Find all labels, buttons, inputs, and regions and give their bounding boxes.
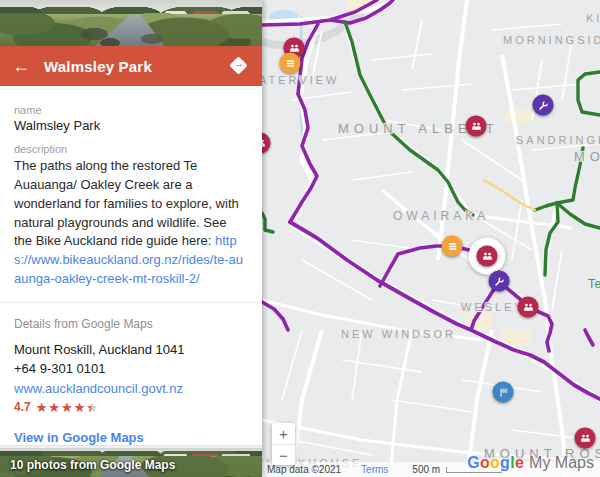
stars-fill: ★★★★★ — [36, 401, 91, 414]
zoom-controls: + − — [272, 423, 295, 465]
place-photo-main[interactable] — [0, 0, 262, 46]
directions-button[interactable]: → — [228, 55, 250, 77]
rating-stars: ★★★★★★★★★★ — [36, 401, 99, 414]
google-logo-text: Google — [467, 454, 524, 472]
wrench-marker[interactable] — [489, 271, 510, 292]
map-label: WESLEY — [461, 301, 525, 313]
map-label: SANDRINGHAM — [516, 134, 600, 146]
map-label: Te — [588, 277, 600, 291]
rating-value: 4.7 — [14, 400, 31, 414]
map-label: MOU — [574, 149, 600, 164]
directions-arrow-icon: → — [228, 57, 250, 69]
website-link[interactable]: www.aucklandcouncil.govt.nz — [14, 381, 183, 396]
my-maps-logo-text: My Maps — [529, 454, 594, 472]
section-divider — [0, 302, 262, 303]
map-label: MORNINGSIDE — [503, 34, 600, 46]
map-data-text: Map data ©2021 — [267, 464, 341, 475]
place-sidebar: ← Walmsley Park → name Walmsley Park des… — [0, 0, 262, 477]
back-icon[interactable]: ← — [12, 56, 38, 77]
view-in-google-maps-link[interactable]: View in Google Maps — [14, 430, 144, 445]
place-details-card: name Walmsley Park description The paths… — [0, 86, 262, 445]
lines-marker[interactable] — [442, 236, 463, 257]
map-label: ATERVIEW — [262, 74, 339, 86]
name-label: name — [14, 104, 248, 116]
map-label: OWAIRAKA — [393, 209, 489, 223]
scale-label: 500 m — [412, 464, 440, 475]
description-label: description — [14, 143, 248, 155]
details-heading: Details from Google Maps — [14, 317, 248, 331]
terms-link[interactable]: Terms — [361, 464, 388, 475]
zoom-in-button[interactable]: + — [272, 423, 295, 444]
rating-row: 4.7 ★★★★★★★★★★ — [14, 400, 248, 414]
phone-line: +64 9-301 0101 — [14, 360, 248, 378]
map-overlay: KINMORNINGSIDEATERVIEWMOUNT ALBERTSANDRI… — [262, 0, 600, 477]
place-photo-gallery[interactable]: 10 photos from Google Maps — [0, 448, 262, 477]
family-marker[interactable] — [262, 133, 271, 154]
photo-count-caption: 10 photos from Google Maps — [10, 458, 175, 472]
place-titlebar: ← Walmsley Park → — [0, 46, 262, 86]
family-marker[interactable] — [575, 428, 596, 449]
map-label: KIN — [586, 12, 600, 24]
family-marker[interactable] — [477, 246, 498, 267]
google-my-maps-logo[interactable]: Google My Maps — [467, 454, 594, 472]
map-label: NEW WINDSOR — [341, 328, 456, 340]
my-maps-app: ← Walmsley Park → name Walmsley Park des… — [0, 0, 600, 477]
family-marker[interactable] — [466, 116, 487, 137]
zoom-out-button[interactable]: − — [272, 444, 295, 465]
photo-rocks — [0, 26, 262, 47]
wrench-marker[interactable] — [533, 95, 554, 116]
map-canvas[interactable]: KINMORNINGSIDEATERVIEWMOUNT ALBERTSANDRI… — [262, 0, 600, 477]
lines-marker[interactable] — [280, 53, 301, 74]
description-text: The paths along the restored Te Auauanga… — [14, 157, 248, 288]
flag-marker[interactable] — [493, 382, 514, 403]
place-title: Walmsley Park — [44, 58, 228, 75]
name-value: Walmsley Park — [14, 118, 248, 133]
address-line: Mount Roskill, Auckland 1041 — [14, 341, 248, 359]
family-marker[interactable] — [518, 297, 539, 318]
description-body: The paths along the restored Te Auauanga… — [14, 158, 239, 248]
